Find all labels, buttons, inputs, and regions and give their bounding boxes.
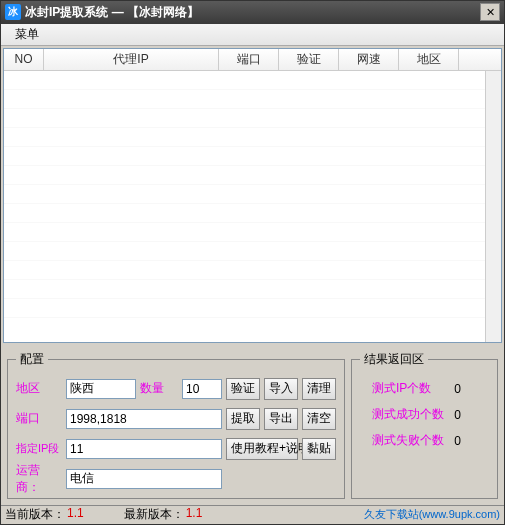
test-ip-value: 0 [454, 382, 481, 396]
titlebar: 冰 冰封IP提取系统 — 【冰封网络】 ✕ [1, 1, 504, 24]
table-header: NO 代理IP 端口 验证 网速 地区 [4, 49, 501, 71]
test-ok-label: 测式成功个数 [372, 406, 444, 423]
port-label: 端口 [16, 410, 62, 427]
tutorial-button[interactable]: 使用教程+说明 [226, 438, 298, 460]
result-panel: 结果返回区 测式IP个数 0 测式成功个数 0 测式失败个数 0 [351, 351, 498, 499]
iprange-input[interactable] [66, 439, 222, 459]
import-button[interactable]: 导入 [264, 378, 298, 400]
close-button[interactable]: ✕ [480, 3, 500, 21]
port-input[interactable] [66, 409, 222, 429]
count-label: 数量 [140, 380, 178, 397]
latest-version-value: 1.1 [186, 506, 203, 523]
statusbar-left: 当前版本： 1.1 最新版本： 1.1 [5, 506, 202, 523]
bottom-panels: 配置 地区 数量 验证 导入 清理 端口 提取 导出 清空 指定IP段 使用教程… [1, 345, 504, 505]
test-ok-value: 0 [454, 408, 481, 422]
col-no[interactable]: NO [4, 49, 44, 70]
extract-button[interactable]: 提取 [226, 408, 260, 430]
app-window: 冰 冰封IP提取系统 — 【冰封网络】 ✕ 菜单 NO 代理IP 端口 验证 网… [0, 0, 505, 525]
region-input[interactable] [66, 379, 136, 399]
test-fail-value: 0 [454, 434, 481, 448]
current-version: 当前版本： 1.1 [5, 506, 84, 523]
titlebar-left: 冰 冰封IP提取系统 — 【冰封网络】 [5, 4, 199, 21]
col-region[interactable]: 地区 [399, 49, 459, 70]
table-body [4, 71, 501, 331]
statusbar: 当前版本： 1.1 最新版本： 1.1 久友下载站(www.9upk.com) [1, 505, 504, 524]
count-input[interactable] [182, 379, 222, 399]
result-row-ok: 测式成功个数 0 [360, 402, 489, 428]
col-speed[interactable]: 网速 [339, 49, 399, 70]
latest-version: 最新版本： 1.1 [124, 506, 203, 523]
menu-main[interactable]: 菜单 [9, 24, 45, 45]
col-ip[interactable]: 代理IP [44, 49, 219, 70]
col-port[interactable]: 端口 [219, 49, 279, 70]
clear1-button[interactable]: 清理 [302, 378, 336, 400]
vertical-scrollbar[interactable] [485, 71, 501, 342]
export-button[interactable]: 导出 [264, 408, 298, 430]
proxy-table: NO 代理IP 端口 验证 网速 地区 [3, 48, 502, 343]
isp-input[interactable] [66, 469, 222, 489]
test-ip-label: 测式IP个数 [372, 380, 431, 397]
latest-version-label: 最新版本： [124, 506, 184, 523]
test-fail-label: 测式失败个数 [372, 432, 444, 449]
menubar: 菜单 [1, 24, 504, 46]
watermark: 久友下载站(www.9upk.com) [364, 507, 500, 522]
col-verify[interactable]: 验证 [279, 49, 339, 70]
config-legend: 配置 [16, 351, 48, 368]
iprange-label: 指定IP段 [16, 441, 62, 456]
window-title: 冰封IP提取系统 — 【冰封网络】 [25, 4, 199, 21]
current-version-value: 1.1 [67, 506, 84, 523]
verify-button[interactable]: 验证 [226, 378, 260, 400]
clear2-button[interactable]: 清空 [302, 408, 336, 430]
config-panel: 配置 地区 数量 验证 导入 清理 端口 提取 导出 清空 指定IP段 使用教程… [7, 351, 345, 499]
result-row-ip: 测式IP个数 0 [360, 376, 489, 402]
region-label: 地区 [16, 380, 62, 397]
paste-button[interactable]: 黏贴 [302, 438, 336, 460]
result-legend: 结果返回区 [360, 351, 428, 368]
current-version-label: 当前版本： [5, 506, 65, 523]
app-icon: 冰 [5, 4, 21, 20]
isp-label: 运营商： [16, 462, 62, 496]
result-row-fail: 测式失败个数 0 [360, 428, 489, 454]
